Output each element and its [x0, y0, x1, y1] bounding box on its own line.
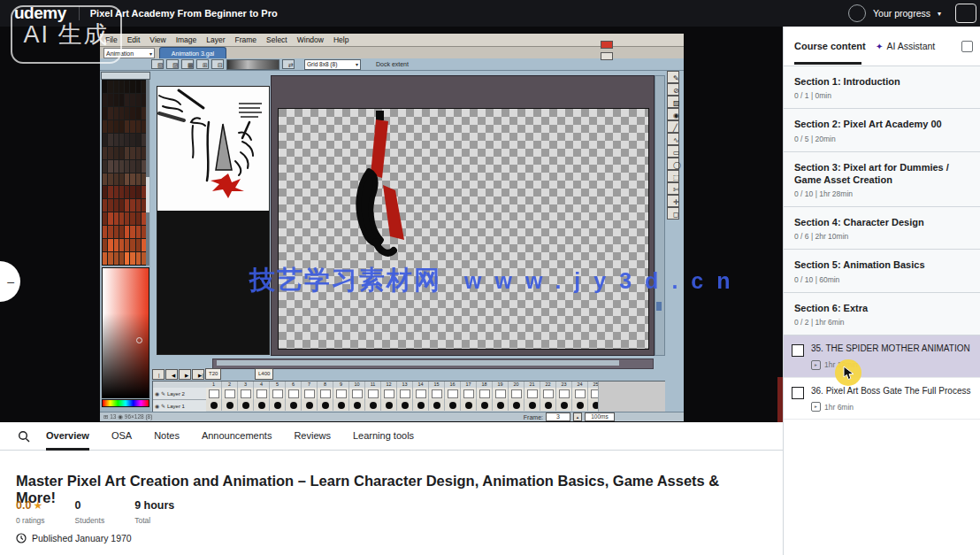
palette-swatch[interactable] — [125, 226, 129, 238]
palette-swatch[interactable] — [103, 147, 107, 159]
palette-swatch[interactable] — [136, 173, 141, 186]
grid-combo-box[interactable]: Grid 8x8 (8) ▾ — [304, 59, 361, 70]
palette-swatch[interactable] — [130, 186, 134, 198]
frame-cell[interactable] — [429, 388, 445, 400]
palette-swatch[interactable] — [103, 94, 107, 106]
palette-swatch[interactable] — [119, 186, 124, 198]
palette-swatch[interactable] — [108, 107, 112, 119]
palette-swatch[interactable] — [103, 239, 107, 251]
palette-swatch[interactable] — [108, 120, 112, 133]
tab-ai-assistant[interactable]: ✦ AI Assistant — [876, 41, 935, 51]
keyframe-cell[interactable] — [238, 399, 254, 411]
palette-swatch[interactable] — [130, 160, 134, 173]
keyframe-cell[interactable] — [318, 399, 333, 411]
frame-cell[interactable] — [238, 388, 254, 400]
app-menu-item[interactable]: Image — [176, 35, 197, 44]
palette-swatch[interactable] — [130, 226, 134, 238]
swap-colors-button[interactable]: ⇄ — [282, 59, 295, 69]
section-row[interactable]: Section 3: Pixel art for Dummies / Game … — [784, 152, 980, 208]
lecture-checkbox[interactable] — [792, 344, 804, 357]
timeline-tab-b[interactable]: L400 — [255, 368, 273, 380]
keyframe-cell[interactable] — [302, 399, 318, 411]
palette-swatch[interactable] — [108, 212, 112, 225]
dropper-tool[interactable]: ◉ — [667, 108, 679, 120]
keyframe-cell[interactable] — [540, 399, 556, 411]
keyframe-cell[interactable] — [477, 399, 493, 411]
palette-swatch[interactable] — [103, 199, 107, 212]
palette-swatch[interactable] — [130, 107, 134, 119]
prev-frame-button[interactable]: ◀ — [165, 369, 178, 380]
palette-swatch[interactable] — [114, 212, 119, 225]
palette-swatch[interactable] — [130, 252, 134, 265]
frame-input[interactable]: 3 — [546, 412, 570, 421]
timeline-tab-a[interactable]: T20 — [205, 368, 221, 380]
search-icon[interactable] — [18, 430, 30, 443]
detail-tab[interactable]: Learning tools — [353, 430, 414, 443]
move-tool[interactable]: ✛ — [667, 195, 679, 207]
your-progress-dropdown[interactable]: Your progress — [873, 8, 930, 19]
header-action-button[interactable] — [955, 4, 976, 23]
palette-swatch[interactable] — [114, 94, 119, 106]
palette-swatch[interactable] — [119, 94, 124, 106]
palette-swatch[interactable] — [125, 239, 129, 251]
palette-swatch[interactable] — [119, 160, 124, 173]
palette-swatch[interactable] — [125, 134, 129, 146]
palette-swatch[interactable] — [108, 226, 112, 238]
frame-cell[interactable] — [349, 388, 365, 400]
keyframe-cell[interactable] — [222, 399, 238, 411]
palette-swatch[interactable] — [130, 212, 134, 225]
frame-cell[interactable] — [222, 388, 238, 400]
frame-cell[interactable] — [493, 388, 509, 400]
palette-swatch[interactable] — [136, 94, 141, 106]
keyframe-cell[interactable] — [413, 399, 429, 411]
frame-cell[interactable] — [461, 388, 477, 400]
ellipse-tool[interactable]: ◯ — [667, 158, 679, 170]
open-button[interactable]: ▨ — [166, 59, 179, 69]
app-menu-item[interactable]: Window — [297, 35, 324, 44]
select-tool[interactable]: ⬚ — [667, 170, 679, 182]
palette-swatch[interactable] — [136, 160, 141, 173]
palette-swatch[interactable] — [136, 226, 141, 238]
palette-swatch[interactable] — [103, 186, 107, 198]
palette-swatch[interactable] — [125, 107, 129, 119]
palette-swatch[interactable] — [108, 134, 112, 146]
timeline-options-button[interactable] — [601, 52, 613, 60]
palette-swatch[interactable] — [136, 186, 141, 198]
palette-swatch[interactable] — [114, 173, 119, 186]
hue-slider[interactable] — [102, 399, 149, 407]
frame-cell[interactable] — [540, 388, 556, 400]
palette-swatch[interactable] — [136, 199, 141, 212]
palette-swatch[interactable] — [114, 252, 119, 265]
palette-swatch[interactable] — [103, 120, 107, 133]
palette-swatch[interactable] — [119, 147, 124, 159]
frame-cell[interactable] — [509, 388, 524, 400]
palette-swatch[interactable] — [108, 173, 112, 186]
frame-cell[interactable] — [206, 388, 222, 400]
palette-swatch[interactable] — [119, 239, 124, 251]
keyframe-cell[interactable] — [333, 399, 349, 411]
keyframe-cell[interactable] — [524, 399, 540, 411]
document-tab[interactable]: Animation 3.gal — [159, 47, 226, 58]
palette-swatch[interactable] — [125, 212, 129, 225]
palette-swatch[interactable] — [108, 94, 112, 106]
palette-swatch[interactable] — [136, 252, 141, 265]
palette-swatch[interactable] — [125, 160, 129, 173]
undo-button[interactable]: ⊞ — [196, 59, 209, 69]
frame-cell[interactable] — [397, 388, 413, 400]
collapse-sidebar-icon[interactable] — [961, 41, 973, 52]
section-row[interactable]: Section 1: Introduction 0 / 1 | 0min — [784, 66, 980, 109]
keyframe-cell[interactable] — [381, 399, 397, 411]
frame-duration-input[interactable]: 100ms — [585, 412, 615, 421]
canvas-horizontal-scrollbar[interactable] — [212, 358, 654, 369]
palette-swatch[interactable] — [130, 239, 134, 251]
video-player[interactable]: FileEditViewImageLayerFrameSelectWindowH… — [0, 27, 783, 422]
frame-cell[interactable] — [254, 388, 270, 400]
palette-swatch[interactable] — [108, 147, 112, 159]
pencil-tool[interactable]: ✎ — [667, 71, 679, 83]
frame-cell[interactable] — [445, 388, 461, 400]
frame-cell[interactable] — [572, 388, 588, 400]
detail-tab[interactable]: Overview — [46, 430, 89, 443]
lasso-tool[interactable]: ✄ — [667, 182, 679, 195]
app-menu-item[interactable]: Edit — [127, 35, 141, 44]
palette-swatch[interactable] — [103, 226, 107, 238]
